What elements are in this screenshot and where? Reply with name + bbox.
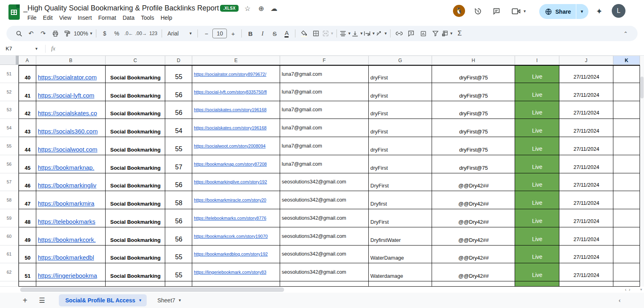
column-header-c[interactable]: C (106, 56, 165, 65)
share-dropdown-icon[interactable]: ▼ (576, 9, 588, 14)
insert-comment-icon[interactable] (405, 28, 417, 39)
cell-da[interactable]: 55 (165, 65, 192, 83)
cell-email[interactable]: luna7@gmail.com (280, 155, 369, 173)
cell-date[interactable]: 27/11/2024 (559, 263, 613, 281)
cell-site-link[interactable]: https://bookmarkedbl (36, 246, 106, 264)
menu-insert[interactable]: Insert (75, 14, 95, 22)
cell-date[interactable]: 27/11/2024 (559, 65, 613, 83)
cell-username[interactable]: DryFirst (369, 173, 432, 191)
cell-story-link[interactable]: https://socialskates.com/story196168 (192, 119, 280, 137)
cell-password[interactable]: dryFirst@75 (432, 137, 515, 155)
cell-empty[interactable] (613, 83, 640, 101)
cell-date[interactable]: 27/11/2024 (559, 191, 613, 209)
cell-date[interactable]: 27/11/2024 (559, 155, 613, 173)
cell-da[interactable]: 55 (165, 263, 192, 281)
column-header-k[interactable]: K (613, 56, 640, 65)
strikethrough-button[interactable]: S (269, 28, 280, 39)
cell-date[interactable] (559, 281, 613, 287)
table-tools-icon[interactable]: ▼ (442, 28, 453, 39)
merge-cells-button[interactable]: ▼ (322, 28, 334, 39)
increase-font-size-button[interactable]: + (227, 28, 239, 39)
cell-date[interactable]: 27/11/2024 (559, 227, 613, 246)
move-icon[interactable]: ⊕ (256, 4, 266, 13)
cell-serial[interactable]: 40 (19, 65, 36, 83)
cell-username[interactable]: dryFirst (369, 137, 432, 155)
user-avatar[interactable]: L (612, 4, 625, 18)
cell-empty[interactable] (613, 281, 640, 287)
cell-password[interactable]: @@Dry42## (432, 227, 515, 246)
cell-site-link[interactable]: https://socialrator.com (36, 65, 106, 83)
format-percent-button[interactable]: % (111, 28, 123, 39)
cell-email[interactable]: luna7@gmail.com (280, 119, 369, 137)
cell-username[interactable]: DryfirstWater (369, 227, 432, 246)
cell-email[interactable]: luna7@gmail.com (280, 101, 369, 119)
cell-password[interactable]: @@Dry42## (432, 173, 515, 191)
print-icon[interactable] (50, 28, 61, 39)
font-selector[interactable]: Arial▼ (165, 28, 195, 39)
cell-type[interactable]: Social Bookmarking (106, 209, 165, 227)
cell-da[interactable]: 56 (165, 83, 192, 101)
cell-serial[interactable]: 44 (19, 137, 36, 155)
cell-site-link[interactable]: https://bookmarkcork. (36, 227, 106, 246)
cell-date[interactable]: 27/11/2024 (559, 137, 613, 155)
row-header[interactable]: 54 (0, 119, 19, 137)
cell-serial[interactable]: 49 (19, 227, 36, 246)
cell-empty[interactable] (613, 227, 640, 246)
cell-username[interactable]: Dryfirst (369, 191, 432, 209)
cell-password[interactable] (432, 281, 515, 287)
cell-da[interactable]: 56 (165, 209, 192, 227)
all-sheets-menu-icon[interactable]: ☰ (36, 296, 48, 305)
row-header[interactable]: 53 (0, 101, 19, 119)
cell-site-link[interactable]: https://bookmarkingliv (36, 173, 106, 191)
cell-empty[interactable] (613, 173, 640, 191)
cell-password[interactable]: @@Dry42## (432, 191, 515, 209)
cell-type[interactable]: Social Bookmarking (106, 191, 165, 209)
cell-type[interactable]: Social Bookmarking (106, 119, 165, 137)
insert-chart-icon[interactable] (418, 28, 429, 39)
cell-serial[interactable]: 41 (19, 83, 36, 101)
cell-password[interactable]: dryFirst@75 (432, 119, 515, 137)
cell-da[interactable] (165, 281, 192, 287)
cell-status[interactable]: Live (515, 137, 559, 155)
borders-button[interactable] (310, 28, 322, 39)
cell-type[interactable]: Social Bookmarking (106, 263, 165, 281)
select-all-corner[interactable] (0, 56, 19, 65)
cell-status[interactable]: Live (515, 83, 559, 101)
menu-file[interactable]: File (24, 14, 40, 22)
horizontal-scrollbar[interactable]: ‹› (0, 287, 644, 293)
cell-story-link[interactable]: https://socialwoot.com/story2008094 (192, 137, 280, 155)
scroll-down-icon[interactable]: ▼ (640, 288, 643, 291)
menu-edit[interactable]: Edit (40, 14, 56, 22)
cell-empty[interactable] (613, 65, 640, 83)
cell-username[interactable] (369, 281, 432, 287)
cell-story-link[interactable]: https://bookmarkedblog.com/story192 (192, 246, 280, 264)
cell-email[interactable]: seosolutions342@gmail.com (280, 263, 369, 281)
row-header[interactable]: 51 (0, 65, 19, 83)
scroll-left-icon[interactable]: ‹ (625, 287, 629, 292)
cell-site-link[interactable]: https://bookmarknap. (36, 155, 106, 173)
cell-story-link[interactable]: https://socialskates.com/story196168 (192, 101, 280, 119)
cell-email[interactable]: seosolutions342@gmail.com (280, 191, 369, 209)
search-menus-icon[interactable] (13, 28, 25, 39)
cell-type[interactable] (106, 281, 165, 287)
cell-date[interactable]: 27/11/2024 (559, 83, 613, 101)
cell-type[interactable]: Social Bookmarking (106, 83, 165, 101)
meet-video-icon[interactable]: ▼ (509, 4, 530, 19)
cell-email[interactable] (280, 281, 369, 287)
addon-icon[interactable]: 🐧 (453, 5, 465, 17)
functions-button[interactable]: Σ (454, 28, 465, 39)
comments-icon[interactable] (489, 4, 504, 19)
row-header[interactable]: 58 (0, 191, 19, 209)
menu-format[interactable]: Format (95, 14, 119, 22)
tab-scroll-left-icon[interactable]: ‹ (619, 297, 621, 304)
font-size-input[interactable]: 10 (212, 29, 227, 38)
cell-story-link[interactable]: https://telebookmarks.com/story8776 (192, 209, 280, 227)
cell-password[interactable]: @@Dry42## (432, 209, 515, 227)
row-header[interactable]: 60 (0, 227, 19, 246)
collapse-toolbar-icon[interactable]: ⌃ (623, 31, 628, 37)
row-header[interactable]: 59 (0, 209, 19, 227)
cell-da[interactable]: 56 (165, 227, 192, 246)
cell-status[interactable]: Live (515, 191, 559, 209)
cell-empty[interactable] (613, 263, 640, 281)
redo-icon[interactable]: ↷ (37, 28, 49, 39)
